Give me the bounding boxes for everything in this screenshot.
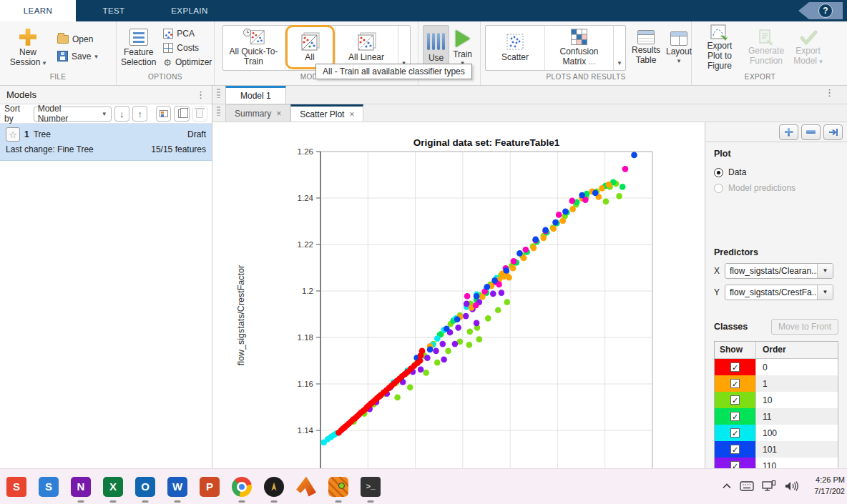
- plots-gallery-dropdown[interactable]: ▾: [613, 26, 625, 70]
- volume-icon[interactable]: [784, 480, 798, 492]
- class-show-checkbox[interactable]: ✓: [730, 428, 740, 438]
- sort-descending-button[interactable]: ↓: [114, 106, 129, 122]
- chart-title: Original data set: FeatureTable1: [413, 137, 560, 148]
- taskbar-icon-onenote[interactable]: N: [71, 477, 91, 497]
- fit-view-button[interactable]: [823, 124, 843, 140]
- save-button[interactable]: Save ▾: [57, 51, 98, 61]
- chevron-down-icon: ▼: [102, 111, 107, 117]
- sort-by-value: Model Number: [38, 104, 92, 124]
- taskbar-icon-word[interactable]: W: [167, 477, 187, 497]
- data-point: [516, 250, 523, 257]
- y-tick-label: 1.22: [298, 240, 313, 249]
- layout-button[interactable]: Layout ▾: [666, 31, 692, 64]
- dock-grip[interactable]: [217, 107, 220, 116]
- pca-label: PCA: [177, 29, 195, 39]
- running-indicator: [142, 500, 149, 503]
- class-show-checkbox[interactable]: ✓: [730, 412, 740, 421]
- chevron-down-icon[interactable]: ▾: [94, 53, 98, 60]
- sort-ascending-button[interactable]: ↑: [132, 106, 147, 122]
- touch-keyboard-icon[interactable]: [740, 481, 754, 491]
- zoom-out-button[interactable]: [801, 124, 821, 140]
- duplicate-model-button[interactable]: [174, 106, 189, 122]
- open-button[interactable]: Open: [57, 34, 98, 44]
- taskbar-icon-outlook[interactable]: O: [135, 477, 155, 497]
- model-1-document-tab[interactable]: Model 1: [225, 86, 286, 104]
- dock-grip[interactable]: [217, 89, 220, 98]
- radio-selected-icon[interactable]: [714, 168, 723, 177]
- class-show-checkbox[interactable]: ✓: [730, 445, 740, 454]
- zoom-in-button[interactable]: [779, 124, 798, 140]
- data-point: [631, 152, 637, 159]
- chevron-down-icon[interactable]: ▼: [817, 264, 833, 278]
- taskbar-icon-chrome[interactable]: [232, 477, 252, 497]
- taskbar-icon-excel[interactable]: X: [103, 477, 123, 497]
- class-show-checkbox[interactable]: ✓: [730, 362, 740, 372]
- x-predictor-dropdown[interactable]: flow_sigstats/Clearan... ▼: [725, 263, 833, 279]
- all-quick-label: All Quick-To-Train: [226, 47, 282, 67]
- models-panel: Models ⋮ Sort by Model Number ▼ ↓ ↑ ☆ 1 …: [0, 86, 212, 468]
- export-model-button: Export Model ▾: [792, 29, 824, 66]
- chevron-down-icon[interactable]: ▼: [817, 285, 833, 300]
- help-button[interactable]: ?: [818, 4, 833, 18]
- radio-data[interactable]: Data: [714, 164, 838, 180]
- models-panel-title: Models: [6, 89, 36, 100]
- document-actions-icon[interactable]: ⋮: [825, 87, 834, 98]
- close-icon[interactable]: ×: [276, 109, 281, 119]
- close-icon[interactable]: ×: [349, 109, 354, 119]
- model-display-options-button[interactable]: [156, 106, 171, 122]
- data-point: [504, 267, 510, 274]
- model-list-item[interactable]: ☆ 1 Tree Draft Last change: Fine Tree 15…: [0, 124, 212, 161]
- chevron-down-icon: ▾: [43, 59, 46, 66]
- sort-by-dropdown[interactable]: Model Number ▼: [34, 107, 112, 122]
- models-panel-menu-icon[interactable]: ⋮: [196, 89, 205, 100]
- y-tick-label: 1.16: [298, 380, 313, 388]
- tab-explain[interactable]: EXPLAIN: [152, 0, 227, 21]
- feature-list-icon: [129, 29, 148, 46]
- delete-model-button: [192, 106, 207, 122]
- results-table-label: Results Table: [632, 46, 660, 66]
- legend-icon: [160, 110, 168, 117]
- export-plot-label: Export Plot to Figure: [699, 41, 740, 71]
- y-predictor-dropdown[interactable]: flow_sigstats/CrestFa... ▼: [725, 285, 833, 300]
- data-point: [550, 226, 557, 232]
- chevron-down-icon[interactable]: ▾: [677, 57, 681, 64]
- favorite-star-button[interactable]: ☆: [6, 127, 20, 142]
- app-letter: X: [109, 480, 117, 493]
- taskbar-icon-orangeapp[interactable]: [328, 477, 348, 497]
- app-letter: O: [141, 480, 150, 493]
- tab-learn[interactable]: LEARN: [0, 0, 76, 21]
- taskbar-icon-steel[interactable]: S: [39, 477, 59, 497]
- class-show-checkbox[interactable]: ✓: [730, 379, 740, 388]
- export-plot-button[interactable]: Export Plot to Figure: [699, 24, 740, 71]
- classes-table: Show Order ✓0✓1✓10✓11✓100✓101✓110✓111: [714, 341, 838, 480]
- tab-scatter-plot[interactable]: Scatter Plot ×: [290, 104, 363, 122]
- scatter-plot[interactable]: Original data set: FeatureTable1 flow_si…: [212, 122, 705, 468]
- tab-test[interactable]: TEST: [76, 0, 152, 21]
- taskbar-icon-sublime[interactable]: S: [6, 477, 26, 497]
- new-session-button[interactable]: New Session ▾: [7, 29, 49, 68]
- class-show-checkbox[interactable]: ✓: [730, 395, 740, 405]
- running-indicator: [336, 500, 342, 503]
- pca-button[interactable]: PCA: [163, 29, 212, 39]
- show-hidden-icons-chevron[interactable]: [722, 482, 732, 490]
- data-point: [433, 348, 439, 355]
- feature-selection-button[interactable]: Feature Selection: [121, 29, 156, 68]
- taskbar-icon-darkapp[interactable]: [264, 477, 284, 497]
- taskbar-icon-matlab[interactable]: [296, 477, 316, 497]
- all-quick-to-train-button[interactable]: All Quick-To-Train: [223, 26, 285, 70]
- class-row: ✓1: [715, 375, 838, 392]
- confusion-matrix-button[interactable]: Confusion Matrix ...: [544, 26, 613, 70]
- data-point: [556, 212, 562, 218]
- costs-button[interactable]: Costs: [163, 43, 212, 53]
- tab-summary[interactable]: Summary ×: [225, 104, 290, 122]
- taskbar-icon-powerpoint[interactable]: P: [200, 477, 220, 497]
- data-point: [532, 237, 539, 243]
- data-point: [434, 335, 441, 342]
- results-table-button[interactable]: Results Table: [632, 30, 660, 66]
- taskbar-icon-terminal[interactable]: >_: [361, 477, 381, 497]
- optimizer-button[interactable]: ⚙ Optimizer: [163, 57, 212, 67]
- y-tick-label: 1.26: [298, 147, 313, 156]
- network-display-icon[interactable]: [762, 480, 776, 492]
- scatter-plot-button[interactable]: Scatter: [486, 26, 544, 70]
- clock[interactable]: 4:26 PM 7/17/202: [806, 475, 845, 498]
